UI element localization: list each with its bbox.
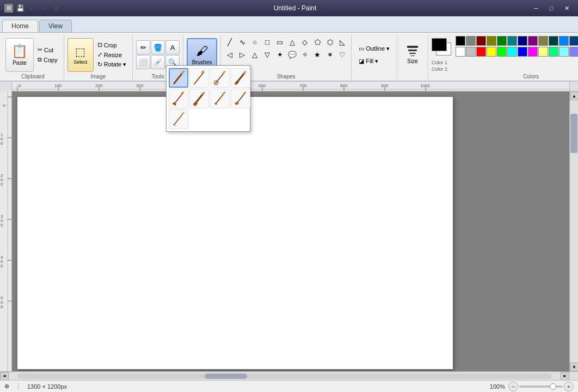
window-title: Untitled - Paint bbox=[61, 4, 529, 12]
star5-tool[interactable]: ★ bbox=[311, 48, 323, 60]
eyedropper-tool[interactable]: 💉 bbox=[151, 55, 165, 69]
brush-item-5[interactable] bbox=[169, 89, 188, 108]
brush-item-4[interactable] bbox=[231, 68, 250, 88]
vertical-scrollbar[interactable]: ▲ ▼ bbox=[569, 91, 578, 371]
swatch-lightyellow[interactable] bbox=[538, 47, 548, 57]
maximize-btn[interactable]: □ bbox=[544, 3, 558, 14]
hscroll-thumb[interactable] bbox=[205, 373, 248, 379]
brush-item-8[interactable] bbox=[231, 89, 250, 108]
curve-tool[interactable]: ∿ bbox=[236, 36, 248, 48]
swatch-white[interactable] bbox=[456, 47, 465, 57]
canvas-scroll-area[interactable] bbox=[12, 91, 569, 371]
swatch-teal[interactable] bbox=[507, 36, 517, 46]
redo-quick-btn[interactable]: ↪ bbox=[39, 3, 49, 13]
swatch-lightblue[interactable] bbox=[559, 36, 569, 46]
right-arrow-tool[interactable]: ▷ bbox=[236, 48, 248, 60]
swatch-darkcyan[interactable] bbox=[549, 36, 558, 46]
swatch-olive[interactable] bbox=[487, 36, 496, 46]
save-quick-btn[interactable]: 💾 bbox=[15, 3, 25, 13]
tab-home[interactable]: Home bbox=[2, 20, 38, 32]
colors-group: Color 1 Color 2 bbox=[428, 35, 578, 81]
left-arrow-tool[interactable]: ◁ bbox=[224, 48, 236, 60]
brush-item-7[interactable] bbox=[210, 89, 230, 108]
swatch-darkred[interactable] bbox=[476, 36, 486, 46]
hscroll-right-btn[interactable]: ► bbox=[561, 372, 569, 381]
swatch-magenta[interactable] bbox=[528, 47, 538, 57]
color1-box[interactable] bbox=[432, 38, 447, 51]
zoom-slider-thumb[interactable] bbox=[550, 383, 556, 390]
rect-tool[interactable]: □ bbox=[261, 36, 273, 48]
oval-tool[interactable]: ○ bbox=[249, 36, 261, 48]
svg-text:700: 700 bbox=[299, 83, 307, 88]
swatch-blue[interactable] bbox=[518, 47, 527, 57]
fill-dropdown[interactable]: ◪ Fill ▾ bbox=[355, 56, 382, 66]
select-button[interactable]: ⬚ Select bbox=[67, 38, 94, 72]
brush-item-2[interactable] bbox=[189, 68, 209, 88]
star6-tool[interactable]: ✶ bbox=[324, 48, 336, 60]
text-tool[interactable]: A bbox=[165, 40, 180, 54]
outline-icon: ▭ bbox=[359, 45, 364, 52]
4arrow-tool[interactable]: ✦ bbox=[274, 48, 286, 60]
resize-button[interactable]: ⤢ Resize bbox=[95, 50, 129, 59]
canvas[interactable] bbox=[17, 97, 453, 369]
triangle-tool[interactable]: △ bbox=[286, 36, 298, 48]
up-arrow-tool[interactable]: △ bbox=[249, 48, 261, 60]
swatch-periwinkle[interactable] bbox=[569, 47, 578, 57]
swatch-cyan[interactable] bbox=[507, 47, 517, 57]
outline-dropdown[interactable]: ▭ Outline ▾ bbox=[355, 44, 393, 54]
zoom-out-btn[interactable]: − bbox=[508, 382, 518, 391]
callout-tool[interactable]: 💬 bbox=[286, 48, 298, 60]
right-triangle-tool[interactable]: ◺ bbox=[336, 36, 348, 48]
heart-tool[interactable]: ♡ bbox=[336, 48, 348, 60]
swatch-tan[interactable] bbox=[538, 36, 548, 46]
brush-item-3[interactable] bbox=[210, 68, 230, 88]
diamond-tool[interactable]: ◇ bbox=[299, 36, 311, 48]
swatch-gray[interactable] bbox=[466, 36, 476, 46]
vscroll-thumb[interactable] bbox=[570, 114, 577, 153]
swatch-darkblue[interactable] bbox=[518, 36, 527, 46]
size-label: Size bbox=[407, 58, 417, 64]
paste-button[interactable]: 📋 Paste bbox=[5, 38, 34, 72]
swatch-seafoam[interactable] bbox=[549, 47, 558, 57]
swatch-skyblue[interactable] bbox=[559, 47, 569, 57]
eraser-tool[interactable]: ⬜ bbox=[136, 55, 150, 69]
shapes-grid: ╱ ∿ ○ □ ▭ △ ◇ ⬠ ⬡ ◺ ◁ ▷ △ ▽ ✦ 💬 ✧ ★ ✶ bbox=[224, 36, 348, 60]
size-button[interactable]: Size bbox=[401, 38, 425, 72]
swatch-yellow[interactable] bbox=[487, 47, 496, 57]
swatch-red[interactable] bbox=[476, 47, 486, 57]
undo-quick-btn[interactable]: ↩ bbox=[27, 3, 37, 13]
hscroll-left-btn[interactable]: ◄ bbox=[0, 372, 9, 381]
cut-button[interactable]: ✂ Cut bbox=[35, 45, 60, 54]
line-tool[interactable]: ╱ bbox=[224, 36, 236, 48]
quick-access-dropdown[interactable]: ▾ bbox=[51, 3, 61, 13]
horizontal-scrollbar[interactable]: ◄ ► bbox=[0, 371, 578, 380]
round-rect-tool[interactable]: ▭ bbox=[274, 36, 286, 48]
pencil-tool[interactable]: ✏ bbox=[136, 40, 150, 54]
hexagon-tool[interactable]: ⬡ bbox=[324, 36, 336, 48]
color-swatches bbox=[456, 36, 578, 57]
rotate-button[interactable]: ↻ Rotate ▾ bbox=[95, 60, 129, 69]
down-arrow-tool[interactable]: ▽ bbox=[261, 48, 273, 60]
swatch-darkgreen[interactable] bbox=[497, 36, 507, 46]
swatch-purple[interactable] bbox=[528, 36, 538, 46]
fill-tool[interactable]: 🪣 bbox=[151, 40, 165, 54]
pentagon-tool[interactable]: ⬠ bbox=[311, 36, 323, 48]
swatch-black[interactable] bbox=[456, 36, 465, 46]
crop-button[interactable]: ⊡ Crop bbox=[95, 40, 129, 50]
minimize-btn[interactable]: ─ bbox=[529, 3, 543, 14]
swatch-lime[interactable] bbox=[497, 47, 507, 57]
brush-item-1[interactable] bbox=[169, 68, 188, 88]
star4-tool[interactable]: ✧ bbox=[299, 48, 311, 60]
size-line-thin bbox=[410, 56, 415, 56]
swatch-silver[interactable] bbox=[466, 47, 476, 57]
swatch-navyblue[interactable] bbox=[569, 36, 578, 46]
vscroll-up-btn[interactable]: ▲ bbox=[570, 91, 578, 100]
vscroll-down-btn[interactable]: ▼ bbox=[570, 363, 578, 371]
close-btn[interactable]: ✕ bbox=[559, 3, 574, 14]
brush-item-9[interactable] bbox=[169, 109, 188, 129]
zoom-in-btn[interactable]: + bbox=[564, 382, 574, 391]
brush-item-6[interactable] bbox=[189, 89, 209, 108]
zoom-slider-track[interactable] bbox=[519, 385, 563, 388]
copy-button[interactable]: ⧉ Copy bbox=[35, 55, 60, 64]
tab-view[interactable]: View bbox=[39, 20, 72, 32]
